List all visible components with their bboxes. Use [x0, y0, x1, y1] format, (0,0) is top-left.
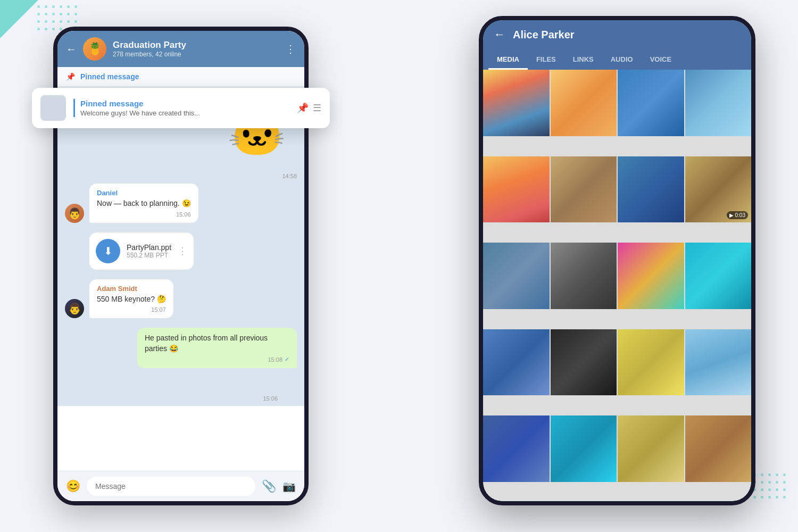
group-info: Graduation Party 278 members, 42 online [113, 40, 279, 58]
chat-header: ← 🍍 Graduation Party 278 members, 42 onl… [57, 31, 304, 67]
sender-daniel: Daniel [97, 189, 191, 197]
media-cell-20[interactable] [685, 415, 752, 482]
time-adam: 15:07 [151, 306, 166, 313]
tab-voice[interactable]: VOICE [642, 49, 680, 70]
profile-header: ← Alice Parker [483, 20, 751, 49]
message-daniel-text: 👨 Daniel Now — back to planning. 😉 15:06 [65, 184, 297, 223]
group-avatar: 🍍 [83, 37, 106, 61]
pinned-popup-text: Welcome guys! We have created this... [80, 109, 289, 117]
sender-adam: Adam Smidt [97, 285, 166, 293]
pinned-thumb [40, 95, 66, 121]
group-name: Graduation Party [113, 40, 279, 51]
list-action-icon[interactable]: ☰ [313, 102, 321, 114]
sticker-time: 14:58 [217, 173, 297, 179]
message-adam-text: 👨 Adam Smidt 550 MB keynote? 🤔 15:07 [65, 279, 297, 319]
file-size: 550.2 MB PPT [127, 252, 171, 259]
time-daniel-text: 15:06 [176, 211, 191, 218]
file-download-icon[interactable]: ⬇ [96, 239, 120, 263]
tab-media[interactable]: MEDIA [488, 49, 528, 70]
media-tabs: MEDIA FILES LINKS AUDIO VOICE [483, 49, 751, 70]
media-cell-18[interactable] [551, 415, 617, 482]
video-duration: 0:03 [735, 212, 745, 218]
media-cell-12[interactable] [685, 243, 752, 309]
phone-right: ← Alice Parker MEDIA FILES LINKS AUDIO V… [479, 16, 755, 505]
profile-name: Alice Parker [513, 29, 741, 41]
avatar-adam: 👨 [65, 299, 84, 318]
pin-action-icon[interactable]: 📌 [297, 102, 309, 114]
media-cell-13[interactable] [483, 329, 550, 396]
pin-icon: 📌 [66, 72, 75, 81]
text-adam: 550 MB keynote? 🤔 [97, 294, 166, 305]
media-cell-2[interactable] [551, 70, 617, 136]
media-cell-10[interactable] [551, 243, 617, 309]
tab-links[interactable]: LINKS [564, 49, 602, 70]
message-daniel-file: ⬇ PartyPlan.ppt 550.2 MB PPT ⋮ 15:06 [65, 232, 297, 270]
file-bubble[interactable]: ⬇ PartyPlan.ppt 550.2 MB PPT ⋮ 15:06 [89, 232, 194, 270]
time-own: 15:08 [268, 356, 282, 363]
meta-adam: 15:07 [97, 306, 166, 313]
media-cell-6[interactable] [551, 156, 617, 223]
text-daniel: Now — back to planning. 😉 [97, 198, 191, 209]
media-cell-7[interactable] [618, 156, 684, 223]
media-cell-17[interactable] [483, 415, 550, 482]
group-members: 278 members, 42 online [113, 51, 279, 58]
pinned-popup-title: Pinned message [80, 99, 289, 108]
media-cell-4[interactable] [685, 70, 752, 136]
pinned-bar[interactable]: 📌 Pinned message [57, 67, 304, 87]
pinned-popup-content: Pinned message Welcome guys! We have cre… [73, 99, 289, 117]
text-own: He pasted in photos from all previous pa… [145, 333, 289, 354]
checkmark-icon: ✓ [285, 356, 289, 363]
video-duration-badge: ▶ 0:03 [727, 211, 748, 219]
message-input-area: 😊 📎 📷 [57, 471, 304, 501]
media-cell-1[interactable] [483, 70, 550, 136]
phone-right-inner: ← Alice Parker MEDIA FILES LINKS AUDIO V… [483, 20, 751, 501]
meta-daniel-text: 15:06 [97, 211, 191, 218]
back-button[interactable]: ← [66, 43, 77, 55]
media-cell-9[interactable] [483, 243, 550, 309]
attach-button[interactable]: 📎 [262, 479, 276, 493]
file-info: PartyPlan.ppt 550.2 MB PPT [127, 243, 171, 259]
tab-audio[interactable]: AUDIO [602, 49, 642, 70]
chat-body: 🐱 14:58 👨 Daniel Now — back to planning.… [57, 87, 304, 406]
media-cell-3[interactable] [618, 70, 684, 136]
media-cell-19[interactable] [618, 415, 684, 482]
meta-own: 15:08 ✓ [145, 356, 289, 363]
profile-back-button[interactable]: ← [494, 28, 505, 41]
camera-button[interactable]: 📷 [282, 480, 296, 493]
file-more-icon[interactable]: ⋮ [178, 245, 187, 257]
media-cell-5[interactable] [483, 156, 550, 223]
media-cell-15[interactable] [618, 329, 684, 396]
media-grid: ▶ 0:03 [483, 70, 751, 501]
message-input[interactable] [87, 477, 255, 496]
bubble-daniel-text: Daniel Now — back to planning. 😉 15:06 [89, 184, 198, 223]
media-cell-8[interactable]: ▶ 0:03 [685, 156, 752, 223]
avatar-daniel: 👨 [65, 204, 84, 223]
pinned-popup[interactable]: Pinned message Welcome guys! We have cre… [32, 88, 330, 128]
tab-files[interactable]: FILES [528, 49, 564, 70]
emoji-button[interactable]: 😊 [66, 479, 80, 493]
message-own: He pasted in photos from all previous pa… [65, 328, 297, 368]
pinned-popup-actions: 📌 ☰ [297, 102, 321, 114]
file-time: 15:06 [263, 395, 278, 402]
bubble-own: He pasted in photos from all previous pa… [137, 328, 297, 368]
media-cell-16[interactable] [685, 329, 752, 396]
file-name: PartyPlan.ppt [127, 243, 171, 252]
media-cell-14[interactable] [551, 329, 617, 396]
media-cell-11[interactable] [618, 243, 684, 309]
bubble-adam-text: Adam Smidt 550 MB keynote? 🤔 15:07 [89, 279, 173, 319]
pinned-bar-label: Pinned message [80, 72, 139, 81]
menu-button[interactable]: ⋮ [285, 43, 296, 55]
